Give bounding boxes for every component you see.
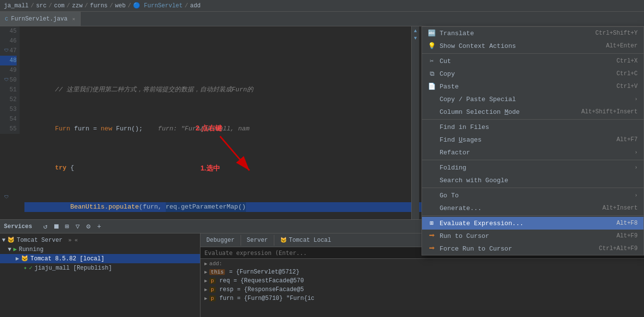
menu-item-cut[interactable]: ✂ Cut Ctrl+X [422, 55, 644, 67]
tomcat-server-icon: 🐱 [7, 236, 15, 244]
this-type-badge: this [209, 269, 225, 275]
menu-shortcut-force-run: Ctrl+Alt+F9 [599, 245, 638, 252]
breadcrumb-sep: / [128, 2, 131, 9]
debugger-tab[interactable]: Debugger [200, 235, 241, 246]
menu-item-evaluate-expression[interactable]: ⊞ Evaluate Expression... Alt+F8 [422, 217, 644, 230]
menu-item-find-in-files[interactable]: Find in Files [422, 121, 644, 133]
menu-item-search-google[interactable]: Search with Google [422, 174, 644, 187]
menu-item-copy[interactable]: ⧉ Copy Ctrl+C [422, 67, 644, 80]
breadcrumb-part[interactable]: furns [90, 2, 108, 9]
menu-shortcut-column: Alt+Shift+Insert [581, 108, 638, 115]
group-button[interactable]: ⊞ [62, 221, 72, 232]
stop-all-button[interactable]: ⏹ [51, 221, 62, 232]
debug-var-req[interactable]: ▶ p req = {RequestFacade@570 [200, 276, 644, 285]
tree-item-tomcat-server[interactable]: ▼ 🐱 Tomcat Server » « [0, 235, 200, 245]
copy-icon: ⧉ [428, 70, 436, 78]
menu-item-paste[interactable]: 📄 Paste Ctrl+V [422, 80, 644, 93]
menu-shortcut-copy: Ctrl+C [617, 70, 638, 77]
add-label: add: [209, 261, 222, 267]
run-cursor-icon: ⮕ [428, 232, 436, 240]
menu-label-cut: Cut [440, 58, 451, 65]
var-arrow-req: ▶ [204, 278, 207, 284]
expand-collapse-arrow[interactable]: » [68, 237, 72, 243]
debug-var-this[interactable]: ▶ this = {FurnServlet@5712} [200, 268, 644, 276]
furn-type-badge: p [209, 296, 216, 301]
var-arrow-this: ▶ [204, 269, 207, 275]
menu-shortcut-cut: Ctrl+X [617, 58, 638, 64]
tab-bar: C FurnServlet.java ✕ [0, 12, 644, 26]
menu-sep-4 [422, 188, 644, 188]
file-tab[interactable]: C FurnServlet.java ✕ [0, 12, 81, 26]
up-arrow-icon[interactable]: ▲ [414, 28, 417, 34]
down-arrow-icon[interactable]: ▼ [414, 36, 417, 41]
breadcrumb-part[interactable]: src [36, 2, 47, 9]
breadcrumb-sep: / [67, 2, 70, 9]
menu-label-force-run-cursor: Force Run to Cursor [440, 245, 512, 253]
var-name-this: = {FurnServlet@5712} [229, 269, 299, 275]
tomcat-local-tab[interactable]: 🐱 Tomcat Local [274, 235, 337, 246]
close-tab-button[interactable]: ✕ [72, 16, 75, 22]
menu-item-force-run-cursor[interactable]: ⮕ Force Run to Cursor Ctrl+Alt+F9 [422, 242, 644, 255]
lightbulb-icon: 💡 [428, 42, 436, 50]
menu-label-generate: Generate... [440, 205, 482, 212]
menu-item-find-usages[interactable]: Find Usages Alt+F7 [422, 133, 644, 146]
menu-item-refactor[interactable]: Refactor › [422, 146, 644, 159]
tree-item-running[interactable]: ▼ ▶ Running [0, 245, 200, 254]
running-icon: ▶ [13, 246, 17, 253]
breadcrumb-part[interactable]: zzw [72, 2, 83, 9]
menu-item-translate[interactable]: 🔤 Translate Ctrl+Shift+Y [422, 27, 644, 40]
annotation-1: 1.选中 [200, 163, 220, 173]
breadcrumb-method[interactable]: add [190, 2, 201, 9]
breadcrumb-sep: / [85, 2, 88, 9]
menu-shortcut-show-context: Alt+Enter [606, 42, 638, 49]
expand-collapse-arrow2[interactable]: « [74, 237, 78, 243]
menu-item-folding[interactable]: Folding › [422, 161, 644, 174]
server-tab[interactable]: Server [241, 235, 274, 246]
menu-label-show-context-actions: Show Context Actions [440, 42, 516, 50]
tomcat-tab-icon: 🐱 [280, 237, 287, 243]
breadcrumb-part[interactable]: ja_mall [4, 2, 28, 9]
settings-button[interactable]: ⚙ [83, 221, 94, 232]
breadcrumb-sep: / [48, 2, 52, 9]
menu-label-folding: Folding [440, 164, 466, 171]
tree-item-tomcat-local[interactable]: ▶ 🐱 Tomcat 8.5.82 [local] [0, 254, 200, 263]
debug-var-resp[interactable]: ▶ p resp = {ResponseFacade@5 [200, 285, 644, 294]
folding-arrow-icon: › [634, 165, 638, 170]
menu-label-paste: Paste [440, 83, 459, 90]
rerun-button[interactable]: ↺ [40, 221, 51, 232]
breadcrumb-class[interactable]: 🔵 FurnServlet [133, 2, 182, 9]
menu-label-refactor: Refactor [440, 149, 470, 156]
menu-item-copy-paste-special[interactable]: Copy / Paste Special › [422, 93, 644, 106]
paste-icon: 📄 [428, 83, 436, 90]
debug-frame-add[interactable]: ▶ add: [200, 260, 644, 268]
frame-arrow: ▶ [204, 261, 207, 267]
tree-item-jiaju-mall[interactable]: ✦ ✓ jiaju_mall [Republish] [0, 263, 200, 273]
right-toolbar: ▲ ▼ [411, 26, 419, 219]
republish-icon: ✓ [29, 264, 32, 272]
add-service-button[interactable]: + [94, 221, 105, 232]
var-arrow-furn: ▶ [204, 296, 207, 301]
tomcat-local-icon: 🐱 [21, 255, 28, 262]
menu-item-show-context-actions[interactable]: 💡 Show Context Actions Alt+Enter [422, 40, 644, 52]
tomcat-local-expand-arrow: ▶ [16, 255, 19, 262]
running-expand-arrow: ▼ [8, 246, 11, 253]
breadcrumb-part[interactable]: web [115, 2, 126, 9]
menu-item-goto[interactable]: Go To › [422, 189, 644, 202]
class-icon: C [5, 16, 8, 22]
menu-label-column-selection: Column Selection Mode [440, 108, 520, 116]
menu-item-column-selection[interactable]: Column Selection Mode Alt+Shift+Insert [422, 106, 644, 118]
filter-button[interactable]: ▽ [72, 221, 83, 232]
var-arrow-resp: ▶ [204, 287, 207, 293]
var-name-resp: resp = {ResponseFacade@5 [220, 286, 304, 293]
services-tree: ▼ 🐱 Tomcat Server » « ▼ ▶ Running ▶ 🐱 To… [0, 233, 200, 317]
menu-label-search-google: Search with Google [440, 177, 508, 184]
breadcrumb-sep: / [185, 2, 188, 9]
evaluate-icon: ⊞ [428, 219, 436, 227]
breadcrumb-part[interactable]: com [54, 2, 65, 9]
debug-var-furn[interactable]: ▶ p furn = {Furn@5710} "Furn{ic [200, 294, 644, 303]
menu-sep-1 [422, 53, 644, 54]
menu-shortcut-evaluate: Alt+F8 [617, 220, 638, 227]
menu-item-run-to-cursor[interactable]: ⮕ Run to Cursor Alt+F9 [422, 230, 644, 242]
menu-item-generate[interactable]: Generate... Alt+Insert [422, 202, 644, 214]
tree-label-jiaju-mall: jiaju_mall [Republish] [34, 265, 111, 272]
